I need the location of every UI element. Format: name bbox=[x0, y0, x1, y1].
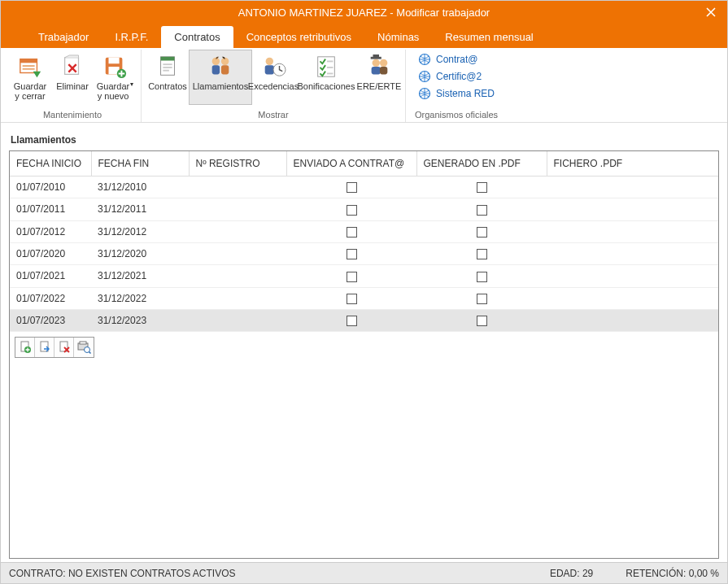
table-row[interactable]: 01/07/201231/12/2012 bbox=[10, 220, 718, 242]
cell-fecha-inicio[interactable]: 01/07/2010 bbox=[10, 177, 91, 198]
cell-enviado[interactable] bbox=[286, 220, 416, 242]
checkbox[interactable] bbox=[477, 272, 487, 282]
tab-conceptos-retributivos[interactable]: Conceptos retributivos bbox=[233, 26, 364, 48]
col-fichero[interactable]: FICHERO .PDF bbox=[547, 151, 718, 177]
cell-generado[interactable] bbox=[416, 177, 547, 198]
save-new-button[interactable]: Guardar y nuevo ▾ bbox=[94, 50, 136, 105]
checkbox[interactable] bbox=[477, 249, 487, 259]
cell-registro[interactable] bbox=[189, 220, 286, 242]
cell-fecha-inicio[interactable]: 01/07/2021 bbox=[10, 265, 91, 287]
col-enviado[interactable]: ENVIADO A CONTRAT@ bbox=[286, 151, 416, 177]
cell-fecha-inicio[interactable]: 01/07/2011 bbox=[10, 198, 91, 220]
ere-erte-button[interactable]: ERE/ERTE bbox=[358, 50, 400, 105]
col-fecha-fin[interactable]: FECHA FIN bbox=[91, 151, 189, 177]
cell-fichero[interactable] bbox=[547, 287, 718, 309]
cell-enviado[interactable] bbox=[286, 242, 416, 264]
table-row[interactable]: 01/07/202331/12/2023 bbox=[10, 309, 718, 331]
delete-label: Eliminar bbox=[56, 81, 89, 102]
cell-registro[interactable] bbox=[189, 287, 286, 309]
checkbox[interactable] bbox=[347, 205, 357, 216]
table-row[interactable]: 01/07/201031/12/2010 bbox=[10, 177, 718, 198]
checkbox[interactable] bbox=[347, 182, 357, 193]
people-hat-icon bbox=[366, 54, 392, 80]
cell-fichero[interactable] bbox=[547, 242, 718, 264]
edit-row-button[interactable] bbox=[35, 338, 54, 357]
cell-enviado[interactable] bbox=[286, 265, 416, 287]
ribbon-group-mostrar: Contratos Llamamientos bbox=[142, 50, 406, 122]
cell-fichero[interactable] bbox=[547, 265, 718, 287]
cell-fecha-inicio[interactable]: 01/07/2020 bbox=[10, 242, 91, 264]
link-certifica2[interactable]: Certific@2 bbox=[416, 68, 497, 85]
cell-generado[interactable] bbox=[416, 287, 547, 309]
cell-fecha-fin[interactable]: 31/12/2012 bbox=[91, 220, 189, 242]
cell-fecha-fin[interactable]: 31/12/2021 bbox=[91, 265, 189, 287]
cell-generado[interactable] bbox=[416, 242, 547, 264]
tab-irpf[interactable]: I.R.P.F. bbox=[102, 26, 161, 48]
save-close-button[interactable]: Guardar y cerrar bbox=[9, 50, 51, 105]
delete-row-button[interactable] bbox=[54, 338, 74, 357]
svg-point-25 bbox=[373, 59, 380, 67]
cell-fecha-fin[interactable]: 31/12/2010 bbox=[91, 177, 189, 198]
table-row[interactable]: 01/07/201131/12/2011 bbox=[10, 198, 718, 220]
contratos-button[interactable]: Contratos bbox=[146, 50, 189, 105]
tab-nominas[interactable]: Nóminas bbox=[364, 26, 432, 48]
svg-rect-24 bbox=[327, 73, 333, 75]
cell-fecha-inicio[interactable]: 01/07/2023 bbox=[10, 309, 91, 331]
table-row[interactable]: 01/07/202231/12/2022 bbox=[10, 287, 718, 309]
preview-button[interactable] bbox=[74, 338, 94, 357]
table-row[interactable]: 01/07/202031/12/2020 bbox=[10, 242, 718, 264]
svg-rect-1 bbox=[20, 59, 37, 63]
checkbox[interactable] bbox=[347, 316, 357, 326]
col-registro[interactable]: Nº REGISTRO bbox=[189, 151, 286, 177]
cell-generado[interactable] bbox=[416, 265, 547, 287]
checkbox[interactable] bbox=[477, 227, 487, 238]
cell-fecha-inicio[interactable]: 01/07/2022 bbox=[10, 287, 91, 309]
checkbox[interactable] bbox=[477, 182, 487, 193]
cell-enviado[interactable] bbox=[286, 198, 416, 220]
checkbox[interactable] bbox=[477, 294, 487, 304]
close-icon bbox=[706, 7, 716, 17]
excedencias-button[interactable]: Excedencias bbox=[252, 50, 294, 105]
cell-fecha-fin[interactable]: 31/12/2022 bbox=[91, 287, 189, 309]
cell-registro[interactable] bbox=[189, 198, 286, 220]
checkbox[interactable] bbox=[347, 227, 357, 238]
cell-fecha-fin[interactable]: 31/12/2011 bbox=[91, 198, 189, 220]
cell-registro[interactable] bbox=[189, 242, 286, 264]
cell-enviado[interactable] bbox=[286, 309, 416, 331]
add-row-button[interactable] bbox=[15, 338, 35, 357]
cell-fecha-fin[interactable]: 31/12/2020 bbox=[91, 242, 189, 264]
col-generado[interactable]: GENERADO EN .PDF bbox=[416, 151, 547, 177]
cell-registro[interactable] bbox=[189, 265, 286, 287]
checkbox[interactable] bbox=[347, 294, 357, 304]
cell-enviado[interactable] bbox=[286, 287, 416, 309]
cell-fichero[interactable] bbox=[547, 177, 718, 198]
table-row[interactable]: 01/07/202131/12/2021 bbox=[10, 265, 718, 287]
cell-enviado[interactable] bbox=[286, 177, 416, 198]
cell-generado[interactable] bbox=[416, 309, 547, 331]
tab-contratos[interactable]: Contratos bbox=[161, 26, 233, 48]
checkbox[interactable] bbox=[477, 316, 487, 326]
cell-generado[interactable] bbox=[416, 220, 547, 242]
checkbox[interactable] bbox=[477, 205, 487, 216]
cell-fichero[interactable] bbox=[547, 198, 718, 220]
cell-fecha-fin[interactable]: 31/12/2023 bbox=[91, 309, 189, 331]
link-contrata[interactable]: Contrat@ bbox=[416, 51, 497, 68]
cell-registro[interactable] bbox=[189, 309, 286, 331]
llamamientos-button[interactable]: Llamamientos bbox=[189, 50, 252, 105]
cell-fecha-inicio[interactable]: 01/07/2012 bbox=[10, 220, 91, 242]
llamamientos-table[interactable]: FECHA INICIO FECHA FIN Nº REGISTRO ENVIA… bbox=[10, 151, 718, 332]
close-button[interactable] bbox=[695, 1, 727, 24]
cell-generado[interactable] bbox=[416, 198, 547, 220]
checkbox[interactable] bbox=[347, 272, 357, 282]
cell-fichero[interactable] bbox=[547, 309, 718, 331]
bonificaciones-button[interactable]: Bonificaciones bbox=[294, 50, 358, 105]
cell-fichero[interactable] bbox=[547, 220, 718, 242]
link-contrata-label: Contrat@ bbox=[436, 54, 478, 65]
col-fecha-inicio[interactable]: FECHA INICIO bbox=[10, 151, 91, 177]
tab-trabajador[interactable]: Trabajador bbox=[25, 26, 102, 48]
link-sistema-red[interactable]: Sistema RED bbox=[416, 85, 497, 102]
tab-resumen-mensual[interactable]: Resumen mensual bbox=[432, 26, 546, 48]
cell-registro[interactable] bbox=[189, 177, 286, 198]
delete-button[interactable]: Eliminar bbox=[51, 50, 94, 105]
checkbox[interactable] bbox=[347, 249, 357, 259]
